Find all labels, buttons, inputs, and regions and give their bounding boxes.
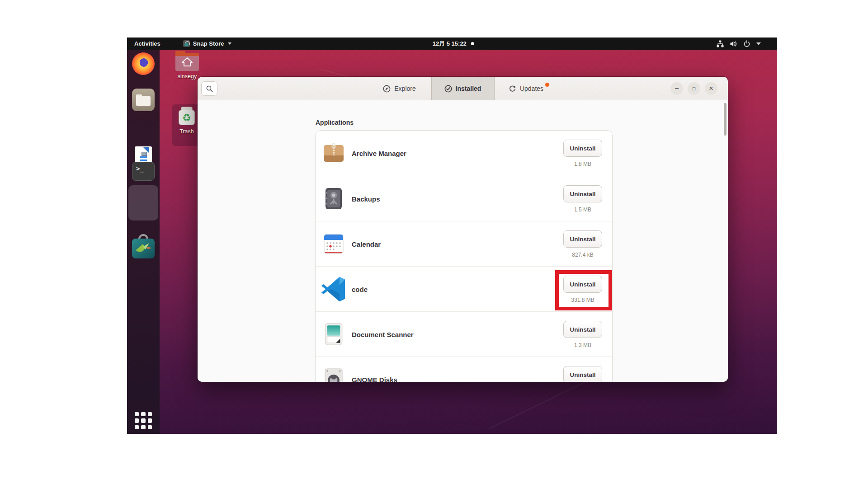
app-row-backups[interactable]: Backups Uninstall 1.5 MB [316, 176, 612, 221]
tab-updates[interactable]: Updates [495, 77, 558, 100]
app-row-archive-manager[interactable]: Archive Manager Uninstall 1.8 MB [316, 131, 612, 176]
scrollbar-thumb[interactable] [724, 103, 726, 136]
home-folder-icon [175, 53, 199, 71]
window-controls: − □ × [670, 82, 717, 95]
search-button[interactable] [201, 81, 217, 96]
tab-label: Installed [456, 85, 481, 92]
app-row-code[interactable]: code Uninstall 331.8 MB [316, 266, 612, 311]
app-menu-button[interactable]: Snap Store [179, 38, 236, 50]
app-name: Backups [352, 195, 380, 202]
desktop-icon-home-folder[interactable]: sinsegy [173, 53, 202, 80]
dock-item-terminal[interactable]: >_ [132, 162, 155, 181]
minimize-button[interactable]: − [670, 82, 683, 95]
app-name: Document Scanner [352, 330, 414, 338]
vscode-icon [320, 276, 346, 302]
network-icon [717, 40, 724, 47]
uninstall-button[interactable]: Uninstall [563, 321, 602, 338]
close-button[interactable]: × [705, 82, 717, 95]
tab-explore[interactable]: Explore [368, 77, 431, 100]
window-body: Applications Archive Manager Uni [198, 101, 728, 382]
dock-active-highlight [128, 185, 158, 221]
updates-badge-dot [545, 83, 549, 87]
tab-label: Updates [520, 85, 543, 92]
uninstall-button[interactable]: Uninstall [563, 230, 602, 248]
gnome-disks-icon [322, 368, 345, 382]
app-size: 1.3 MB [563, 342, 602, 348]
snap-store-mini-icon [183, 40, 190, 47]
clock-label: 12月 5 15:22 [433, 40, 467, 48]
dock-item-snap-store[interactable] [132, 236, 155, 258]
desktop-icon-label: sinsegy [173, 73, 202, 80]
desktop: Activities Snap Store 12月 5 15:22 [127, 38, 777, 434]
clock-button[interactable]: 12月 5 15:22 [433, 38, 474, 50]
uninstall-button[interactable]: Uninstall [563, 185, 602, 202]
maximize-button[interactable]: □ [688, 82, 700, 95]
notification-dot-icon [471, 42, 474, 45]
view-switcher: Explore Installed Updates [368, 77, 558, 100]
caret-down-icon [228, 42, 231, 45]
annotation-red-box [555, 270, 612, 310]
dock-item-firefox[interactable] [132, 52, 155, 75]
app-menu-label: Snap Store [193, 40, 224, 47]
app-size: 1.8 MB [563, 161, 602, 167]
document-scanner-icon [322, 323, 345, 346]
section-title: Applications [316, 119, 354, 126]
dock-item-files[interactable] [132, 89, 155, 111]
app-name: code [352, 285, 368, 293]
refresh-icon [509, 85, 516, 93]
window-header: Explore Installed Updates [198, 77, 728, 100]
trash-icon: ♻ [177, 106, 196, 126]
app-name: Archive Manager [352, 150, 406, 157]
system-tray[interactable] [717, 38, 761, 50]
app-name: Calendar [352, 240, 381, 248]
desktop-icon-trash[interactable]: ♻ Trash [172, 106, 201, 135]
check-circle-icon [444, 85, 452, 93]
desktop-icon-label: Trash [172, 128, 201, 135]
show-applications-button[interactable] [135, 412, 152, 429]
compass-icon [383, 85, 391, 93]
hummingbird-icon [134, 240, 153, 257]
backups-safe-icon [322, 188, 345, 210]
search-icon [206, 85, 213, 93]
dock: >_ [127, 50, 160, 434]
app-size: 1.5 MB [563, 206, 602, 213]
tab-label: Explore [394, 85, 415, 92]
volume-icon [730, 40, 737, 47]
snap-store-window: Explore Installed Updates [198, 77, 728, 382]
app-row-gnome-disks[interactable]: GNOME Disks Uninstall [316, 357, 612, 382]
app-size: 827.4 kB [563, 252, 602, 258]
app-row-calendar[interactable]: Calendar Uninstall 827.4 kB [316, 221, 612, 266]
power-icon [743, 40, 750, 47]
app-name: GNOME Disks [352, 375, 397, 382]
installed-apps-list: Archive Manager Uninstall 1.8 MB [315, 130, 613, 382]
activities-button[interactable]: Activities [127, 38, 168, 50]
calendar-icon [322, 233, 345, 255]
caret-down-icon [756, 42, 761, 45]
app-row-document-scanner[interactable]: Document Scanner Uninstall 1.3 MB [316, 311, 612, 357]
top-bar: Activities Snap Store 12月 5 15:22 [127, 38, 777, 50]
archive-manager-icon [322, 142, 345, 164]
uninstall-button[interactable]: Uninstall [563, 140, 602, 157]
tab-installed[interactable]: Installed [431, 77, 495, 100]
uninstall-button[interactable]: Uninstall [563, 366, 602, 382]
